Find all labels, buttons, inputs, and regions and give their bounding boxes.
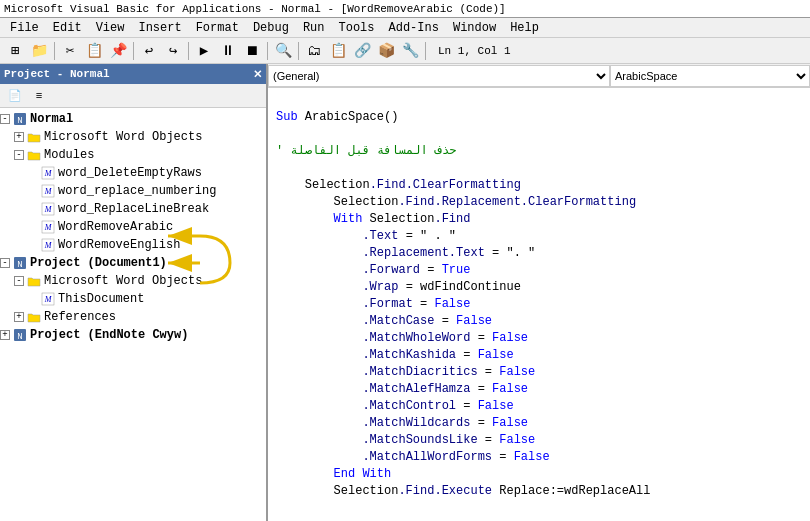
toolbar-btn-undo[interactable]: ↩ xyxy=(138,40,160,62)
project-icon: N xyxy=(12,327,28,343)
title-text: Microsoft Visual Basic for Applications … xyxy=(4,3,506,15)
module-icon: M xyxy=(40,219,56,235)
tree-node[interactable]: -Modules xyxy=(0,146,266,164)
project-title: Project - Normal xyxy=(4,68,110,80)
tree-node[interactable]: Mword_replace_numbering xyxy=(0,182,266,200)
toolbar-btn-run[interactable]: ▶ xyxy=(193,40,215,62)
tree-node[interactable]: -NProject (Document1) xyxy=(0,254,266,272)
code-line: .MatchDiacritics = False xyxy=(276,364,802,381)
code-line: .MatchWildcards = False xyxy=(276,415,802,432)
main-container: Project - Normal ✕ 📄 ≡ -NNormal+Microsof… xyxy=(0,64,810,521)
project-toolbar: 📄 ≡ xyxy=(0,84,266,108)
menu-edit[interactable]: Edit xyxy=(47,20,88,36)
close-button[interactable]: ✕ xyxy=(253,68,262,81)
code-line: End With xyxy=(276,466,802,483)
svg-text:M: M xyxy=(44,241,53,250)
menu-view[interactable]: View xyxy=(90,20,131,36)
code-area[interactable]: Sub ArabicSpace()' حذف المسافة قبل الفاص… xyxy=(268,88,810,521)
tree-node[interactable]: +Microsoft Word Objects xyxy=(0,128,266,146)
object-select[interactable]: (General) xyxy=(268,65,610,87)
tree-node[interactable]: Mword_DeleteEmptyRaws xyxy=(0,164,266,182)
toolbar-btn-cut[interactable]: ✂ xyxy=(59,40,81,62)
toolbar-btn-copy[interactable]: 📋 xyxy=(83,40,105,62)
tree-label: word_replace_numbering xyxy=(58,184,216,198)
expand-btn[interactable]: - xyxy=(14,150,24,160)
tree-label: Project (Document1) xyxy=(30,256,167,270)
svg-text:M: M xyxy=(44,295,53,304)
toolbar-btn-reset[interactable]: ⏹ xyxy=(241,40,263,62)
tree-node[interactable]: +NProject (EndNote Cwyw) xyxy=(0,326,266,344)
code-line: .MatchControl = False xyxy=(276,398,802,415)
toolbar-sep-3 xyxy=(188,42,189,60)
tree-node[interactable]: +References xyxy=(0,308,266,326)
toolbar-btn-props[interactable]: 📋 xyxy=(327,40,349,62)
expand-btn[interactable]: - xyxy=(0,258,10,268)
tree-node[interactable]: MThisDocument xyxy=(0,290,266,308)
toolbar-btn-paste[interactable]: 📌 xyxy=(107,40,129,62)
tree-node[interactable]: -Microsoft Word Objects xyxy=(0,272,266,290)
module-icon: M xyxy=(40,165,56,181)
menu-window[interactable]: Window xyxy=(447,20,502,36)
code-line: .MatchAllWordForms = False xyxy=(276,449,802,466)
expand-btn[interactable]: - xyxy=(14,276,24,286)
procedure-select[interactable]: ArabicSpace xyxy=(610,65,810,87)
svg-text:M: M xyxy=(44,205,53,214)
code-line: With Selection.Find xyxy=(276,211,802,228)
svg-text:M: M xyxy=(44,169,53,178)
code-line: .Forward = True xyxy=(276,262,802,279)
status-text: Ln 1, Col 1 xyxy=(438,45,511,57)
toolbar-btn-debug[interactable]: 🔍 xyxy=(272,40,294,62)
toolbar-btn-tb[interactable]: 🔧 xyxy=(399,40,421,62)
expand-btn[interactable]: + xyxy=(0,330,10,340)
toolbar-btn-refs[interactable]: 🔗 xyxy=(351,40,373,62)
code-panel: (General) ArabicSpace Sub ArabicSpace()'… xyxy=(268,64,810,521)
tree-label: Modules xyxy=(44,148,94,162)
expand-btn[interactable]: + xyxy=(14,312,24,322)
tree-node[interactable]: -NNormal xyxy=(0,110,266,128)
tree-node[interactable]: MWordRemoveEnglish xyxy=(0,236,266,254)
menu-debug[interactable]: Debug xyxy=(247,20,295,36)
code-line xyxy=(276,500,802,517)
tree-node[interactable]: MWordRemoveArabic xyxy=(0,218,266,236)
code-line: ' حذف المسافة قبل الفاصلة xyxy=(276,143,802,160)
code-line: .Replacement.Text = ". " xyxy=(276,245,802,262)
tree-label: Microsoft Word Objects xyxy=(44,274,202,288)
menu-bar: FileEditViewInsertFormatDebugRunToolsAdd… xyxy=(0,18,810,38)
code-line: Selection.Find.Replacement.ClearFormatti… xyxy=(276,194,802,211)
menu-add-ins[interactable]: Add-Ins xyxy=(383,20,445,36)
toolbar-btn-break[interactable]: ⏸ xyxy=(217,40,239,62)
module-icon: M xyxy=(40,183,56,199)
toolbar-btn-obj[interactable]: 📦 xyxy=(375,40,397,62)
tree-label: WordRemoveEnglish xyxy=(58,238,180,252)
code-line xyxy=(276,160,802,177)
toolbar-btn-view[interactable]: ⊞ xyxy=(4,40,26,62)
menu-tools[interactable]: Tools xyxy=(333,20,381,36)
expand-btn[interactable]: - xyxy=(0,114,10,124)
code-line xyxy=(276,126,802,143)
tree-label: Microsoft Word Objects xyxy=(44,130,202,144)
tree-label: References xyxy=(44,310,116,324)
toolbar-sep-4 xyxy=(267,42,268,60)
menu-run[interactable]: Run xyxy=(297,20,331,36)
code-line xyxy=(276,92,802,109)
title-bar: Microsoft Visual Basic for Applications … xyxy=(0,0,810,18)
tree-node[interactable]: Mword_ReplaceLineBreak xyxy=(0,200,266,218)
menu-file[interactable]: File xyxy=(4,20,45,36)
tree-label: ThisDocument xyxy=(58,292,144,306)
toolbar-btn-project[interactable]: 🗂 xyxy=(303,40,325,62)
view-code-btn[interactable]: ≡ xyxy=(28,85,50,107)
menu-format[interactable]: Format xyxy=(190,20,245,36)
code-line: .Wrap = wdFindContinue xyxy=(276,279,802,296)
toolbar-sep-1 xyxy=(54,42,55,60)
svg-text:N: N xyxy=(17,260,22,270)
toolbar-btn-file[interactable]: 📁 xyxy=(28,40,50,62)
view-object-btn[interactable]: 📄 xyxy=(4,85,26,107)
expand-btn[interactable]: + xyxy=(14,132,24,142)
menu-insert[interactable]: Insert xyxy=(132,20,187,36)
tree-label: Normal xyxy=(30,112,73,126)
menu-help[interactable]: Help xyxy=(504,20,545,36)
svg-text:M: M xyxy=(44,223,53,232)
code-line: .MatchWholeWord = False xyxy=(276,330,802,347)
tree-area[interactable]: -NNormal+Microsoft Word Objects-ModulesM… xyxy=(0,108,266,521)
toolbar-btn-redo[interactable]: ↪ xyxy=(162,40,184,62)
